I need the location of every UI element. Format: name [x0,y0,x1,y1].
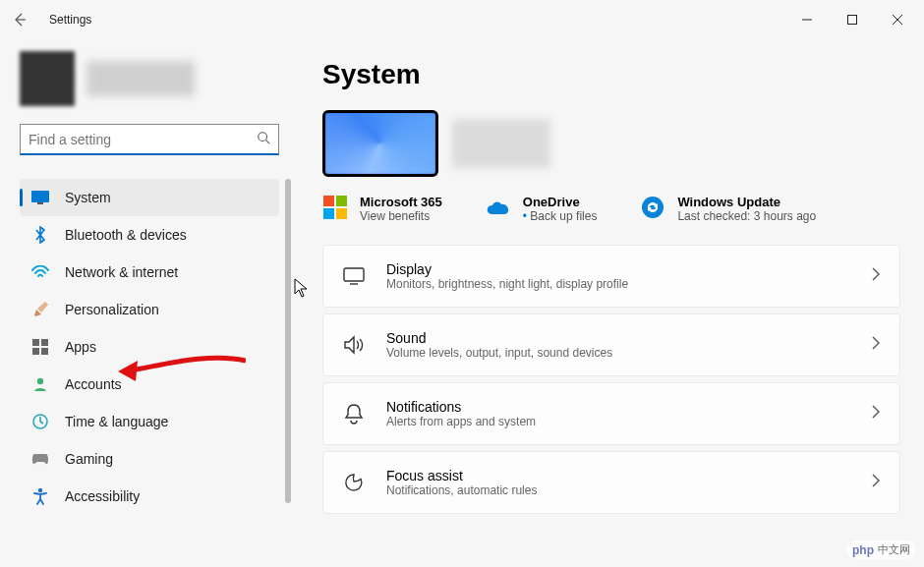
back-button[interactable] [4,4,35,35]
minimize-icon [802,15,812,25]
card-display[interactable]: Display Monitors, brightness, night ligh… [322,245,900,308]
device-thumbnail[interactable] [322,110,438,177]
status-onedrive[interactable]: OneDrive • Back up files [486,195,598,223]
network-icon [31,263,49,281]
sidebar-nav: System Bluetooth & devices Network & int… [20,179,279,567]
gaming-icon [31,450,49,468]
bluetooth-icon [31,226,49,244]
avatar [20,51,75,106]
svg-rect-4 [32,339,39,346]
titlebar: Settings [0,0,924,39]
sidebar-item-label: Network & internet [65,264,178,280]
search-input[interactable] [29,132,257,147]
maximize-button[interactable] [830,4,875,35]
sidebar-scrollbar[interactable] [285,179,291,503]
svg-rect-3 [37,202,43,204]
card-title: Notifications [386,399,536,415]
watermark: php 中文网 [846,540,916,559]
sidebar-item-apps[interactable]: Apps [20,328,279,366]
accounts-icon [31,375,49,393]
page-title: System [322,59,900,90]
watermark-brand: php [852,543,874,557]
search-box[interactable] [20,124,279,155]
windows-update-icon [640,195,665,220]
main-pane: System Microsoft 365 View benefits OneDr… [295,39,924,567]
sidebar-item-label: Accessibility [65,488,140,504]
chevron-right-icon [872,267,880,285]
minimize-button[interactable] [784,4,830,35]
card-desc: Monitors, brightness, night light, displ… [386,277,628,291]
status-microsoft-365[interactable]: Microsoft 365 View benefits [322,195,442,223]
status-windows-update[interactable]: Windows Update Last checked: 3 hours ago [640,195,816,223]
card-title: Sound [386,330,612,346]
status-title: Microsoft 365 [360,195,442,209]
sidebar-item-gaming[interactable]: Gaming [20,440,279,478]
sidebar: System Bluetooth & devices Network & int… [0,39,295,567]
sound-icon [343,334,365,356]
svg-point-1 [259,132,267,141]
sidebar-item-label: System [65,190,111,205]
sidebar-item-personalization[interactable]: Personalization [20,291,279,328]
svg-rect-5 [41,339,48,346]
status-sub: Last checked: 3 hours ago [677,209,816,223]
device-name-redacted [452,119,550,168]
status-title: OneDrive [523,195,598,209]
watermark-text: 中文网 [878,542,910,557]
window-title: Settings [49,13,91,27]
card-notifications[interactable]: Notifications Alerts from apps and syste… [322,382,900,445]
card-desc: Notifications, automatic rules [386,483,537,497]
card-desc: Volume levels, output, input, sound devi… [386,346,612,360]
sidebar-item-label: Gaming [65,451,113,467]
sidebar-item-network[interactable]: Network & internet [20,254,279,291]
microsoft-365-icon [322,195,348,220]
close-button[interactable] [875,4,920,35]
status-row: Microsoft 365 View benefits OneDrive • B… [322,195,900,223]
sidebar-item-label: Bluetooth & devices [65,227,187,243]
status-sub: View benefits [360,209,442,223]
sidebar-item-label: Apps [65,339,96,355]
notifications-icon [343,403,365,425]
svg-rect-2 [31,191,49,202]
svg-rect-6 [32,348,39,355]
system-icon [31,189,49,206]
sidebar-item-accounts[interactable]: Accounts [20,366,279,403]
svg-rect-0 [848,16,857,25]
close-icon [893,15,902,25]
sidebar-item-accessibility[interactable]: Accessibility [20,478,279,515]
device-row [322,110,900,177]
sidebar-item-time-language[interactable]: Time & language [20,403,279,440]
content-area: System Bluetooth & devices Network & int… [0,39,924,567]
focus-assist-icon [343,472,365,493]
status-title: Windows Update [677,195,816,209]
svg-rect-12 [344,268,364,281]
sidebar-item-system[interactable]: System [20,179,279,216]
card-desc: Alerts from apps and system [386,415,536,428]
display-icon [343,265,365,287]
svg-point-10 [38,488,42,492]
window-controls [784,4,920,35]
sidebar-item-label: Accounts [65,376,122,392]
card-title: Display [386,261,628,277]
onedrive-icon [486,195,511,220]
maximize-icon [847,15,857,25]
svg-point-11 [642,197,664,218]
svg-rect-7 [41,348,48,355]
settings-cards: Display Monitors, brightness, night ligh… [322,245,900,514]
card-focus-assist[interactable]: Focus assist Notifications, automatic ru… [322,451,900,514]
card-sound[interactable]: Sound Volume levels, output, input, soun… [322,313,900,376]
back-arrow-icon [12,12,28,28]
chevron-right-icon [872,336,880,354]
sidebar-item-label: Time & language [65,414,168,429]
chevron-right-icon [872,474,880,491]
time-language-icon [31,413,49,430]
chevron-right-icon [872,405,880,423]
apps-icon [31,338,49,356]
sidebar-item-bluetooth[interactable]: Bluetooth & devices [20,216,279,254]
sidebar-item-label: Personalization [65,302,159,317]
user-account-block[interactable] [20,49,279,108]
svg-point-8 [37,378,43,384]
status-sub: • Back up files [523,209,598,223]
card-title: Focus assist [386,468,537,483]
user-name-redacted [87,61,195,96]
personalization-icon [31,301,49,318]
